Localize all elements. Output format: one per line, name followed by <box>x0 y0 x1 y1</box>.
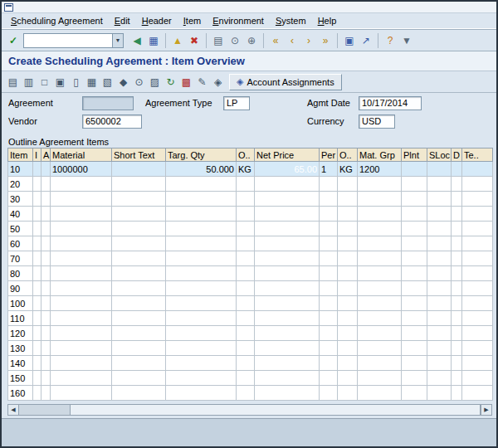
cell-short_text[interactable] <box>112 371 166 386</box>
cell-ou[interactable] <box>237 371 255 386</box>
cell-per[interactable]: 1 <box>320 162 338 177</box>
command-dropdown-icon[interactable]: ▼ <box>112 34 123 47</box>
first-page-icon[interactable]: « <box>267 32 284 49</box>
cell-per[interactable] <box>320 192 338 207</box>
cell-opu[interactable] <box>338 281 358 296</box>
cell-item[interactable]: 10 <box>8 162 33 177</box>
previous-page-icon[interactable]: ‹ <box>284 32 300 49</box>
cell-per[interactable] <box>320 222 338 236</box>
cell-material[interactable] <box>51 281 112 296</box>
cell-net_price[interactable] <box>255 341 320 356</box>
cell-d[interactable] <box>452 341 462 356</box>
column-header-9-o-[interactable]: O.. <box>338 149 358 162</box>
column-header-4-short-text[interactable]: Short Text <box>112 149 166 162</box>
cell-item[interactable]: 160 <box>8 386 33 401</box>
cell-te[interactable] <box>462 177 493 192</box>
cell-plnt[interactable] <box>402 251 427 266</box>
back-icon[interactable]: ◀ <box>129 32 145 49</box>
layout-menu-icon[interactable]: ▼ <box>398 32 415 49</box>
cell-opu[interactable] <box>338 192 358 207</box>
cell-per[interactable] <box>320 177 338 192</box>
cell-targ_qty[interactable] <box>166 236 237 251</box>
scroll-right-icon[interactable]: ▶ <box>481 404 492 416</box>
cell-sloc[interactable] <box>427 356 452 371</box>
cell-te[interactable] <box>462 236 493 251</box>
cell-i[interactable] <box>33 356 42 371</box>
menu-item-item[interactable]: Item <box>178 15 207 27</box>
cell-plnt[interactable] <box>402 236 427 251</box>
column-header-8-per[interactable]: Per <box>320 149 338 162</box>
cell-net_price[interactable] <box>255 177 320 192</box>
new-session-icon[interactable]: ▣ <box>341 32 358 49</box>
cell-per[interactable] <box>320 326 338 341</box>
cell-opu[interactable] <box>338 326 358 341</box>
cell-plnt[interactable] <box>402 266 427 281</box>
cell-ou[interactable] <box>237 222 255 236</box>
cell-net_price[interactable] <box>255 207 320 222</box>
cell-plnt[interactable] <box>402 177 427 192</box>
cell-net_price[interactable] <box>255 371 320 386</box>
cell-ou[interactable] <box>237 296 255 311</box>
cell-targ_qty[interactable] <box>166 207 237 222</box>
cell-opu[interactable] <box>338 356 358 371</box>
cell-ou[interactable] <box>237 311 255 326</box>
cell-per[interactable] <box>320 296 338 311</box>
cell-opu[interactable] <box>338 266 358 281</box>
next-page-icon[interactable]: › <box>300 32 317 49</box>
cell-short_text[interactable] <box>112 236 166 251</box>
cell-d[interactable] <box>452 281 462 296</box>
cell-mat_grp[interactable] <box>358 177 402 192</box>
menu-item-edit[interactable]: Edit <box>109 15 136 27</box>
column-header-12-sloc[interactable]: SLoc <box>427 149 452 162</box>
cell-i[interactable] <box>33 236 42 251</box>
cell-a[interactable] <box>42 281 51 296</box>
cell-a[interactable] <box>42 192 51 207</box>
cell-i[interactable] <box>33 341 42 356</box>
cell-item[interactable]: 40 <box>8 207 33 222</box>
cell-opu[interactable] <box>338 296 358 311</box>
cell-short_text[interactable] <box>112 281 166 296</box>
cancel-icon[interactable]: ✖ <box>186 32 203 49</box>
cell-plnt[interactable] <box>402 311 427 326</box>
column-header-13-d[interactable]: D <box>452 149 462 162</box>
cell-mat_grp[interactable] <box>358 371 402 386</box>
cell-mat_grp[interactable] <box>358 326 402 341</box>
cell-material[interactable] <box>51 356 112 371</box>
cell-ou[interactable] <box>237 251 255 266</box>
cell-net_price[interactable] <box>255 192 320 207</box>
currency-field[interactable]: USD <box>359 114 395 129</box>
cell-targ_qty[interactable] <box>166 341 237 356</box>
cell-targ_qty[interactable] <box>166 356 237 371</box>
cell-short_text[interactable] <box>112 296 166 311</box>
cell-plnt[interactable] <box>402 326 427 341</box>
exit-icon[interactable]: ▲ <box>169 32 186 49</box>
item-details-icon[interactable]: ▤ <box>5 74 21 90</box>
cell-mat_grp[interactable] <box>358 266 402 281</box>
cell-short_text[interactable] <box>112 192 166 207</box>
cell-ou[interactable] <box>237 281 255 296</box>
cell-mat_grp[interactable] <box>358 386 402 401</box>
cell-d[interactable] <box>452 386 462 401</box>
cell-material[interactable] <box>51 296 112 311</box>
cell-d[interactable] <box>452 192 462 207</box>
cell-te[interactable] <box>462 162 493 177</box>
cell-a[interactable] <box>42 251 51 266</box>
cell-short_text[interactable] <box>112 311 166 326</box>
cell-ou[interactable] <box>237 207 255 222</box>
cell-a[interactable] <box>42 222 51 236</box>
find-next-icon[interactable]: ⊕ <box>243 32 260 49</box>
scroll-track[interactable] <box>18 405 70 415</box>
lock-item-icon[interactable]: ▦ <box>84 74 100 90</box>
cell-plnt[interactable] <box>402 371 427 386</box>
conditions-icon[interactable]: ◆ <box>115 74 131 90</box>
cell-targ_qty[interactable] <box>166 386 237 401</box>
menu-item-scheduling-agreement[interactable]: Scheduling Agreement <box>5 15 109 27</box>
cell-d[interactable] <box>452 296 462 311</box>
cell-a[interactable] <box>42 266 51 281</box>
menu-item-header[interactable]: Header <box>136 15 178 27</box>
cell-targ_qty[interactable] <box>166 192 237 207</box>
agreement-field[interactable] <box>82 96 134 110</box>
cell-item[interactable]: 20 <box>8 177 33 192</box>
cell-net_price[interactable] <box>255 281 320 296</box>
cell-te[interactable] <box>462 311 493 326</box>
